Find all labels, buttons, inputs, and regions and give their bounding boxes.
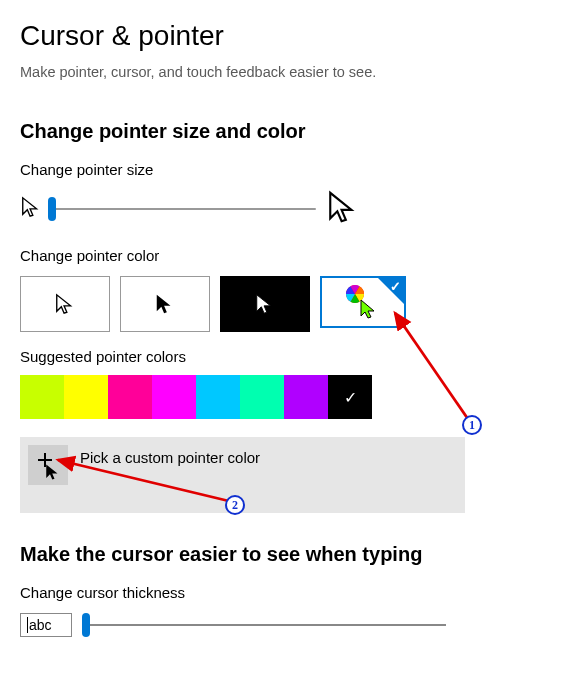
caret-icon [27, 617, 28, 633]
pointer-color-black[interactable] [120, 276, 210, 332]
suggested-colors-label: Suggested pointer colors [20, 348, 560, 365]
swatch-cyan[interactable] [196, 375, 240, 419]
plus-cursor-icon [28, 445, 68, 485]
section-thickness-heading: Make the cursor easier to see when typin… [20, 543, 560, 566]
slider-thumb[interactable] [48, 197, 56, 221]
page-title: Cursor & pointer [20, 20, 560, 52]
suggested-color-swatches [20, 375, 560, 419]
swatch-lime[interactable] [20, 375, 64, 419]
pointer-color-custom[interactable]: ✓ [320, 276, 406, 328]
swatch-black[interactable] [328, 375, 372, 419]
swatch-magenta[interactable] [152, 375, 196, 419]
pointer-color-inverted[interactable] [220, 276, 310, 332]
swatch-yellow[interactable] [64, 375, 108, 419]
custom-color-button[interactable]: Pick a custom pointer color [20, 437, 465, 513]
swatch-purple[interactable] [284, 375, 328, 419]
page-subtitle: Make pointer, cursor, and touch feedback… [20, 64, 560, 80]
slider-thumb[interactable] [82, 613, 90, 637]
pointer-size-slider[interactable] [52, 208, 316, 210]
check-icon: ✓ [390, 279, 401, 294]
swatch-teal[interactable] [240, 375, 284, 419]
custom-color-label: Pick a custom pointer color [80, 449, 260, 466]
swatch-pink[interactable] [108, 375, 152, 419]
pointer-size-label: Change pointer size [20, 161, 560, 178]
thickness-sample-box: abc [20, 613, 72, 637]
thickness-sample-text: abc [29, 617, 52, 633]
cursor-large-icon [326, 190, 360, 227]
annotation-overlay: 1 2 [0, 0, 580, 677]
pointer-color-white[interactable] [20, 276, 110, 332]
pointer-color-label: Change pointer color [20, 247, 560, 264]
cursor-thickness-slider[interactable] [86, 624, 446, 626]
section-size-color-heading: Change pointer size and color [20, 120, 560, 143]
pointer-color-options: ✓ [20, 276, 560, 332]
cursor-small-icon [20, 196, 42, 221]
cursor-thickness-label: Change cursor thickness [20, 584, 560, 601]
